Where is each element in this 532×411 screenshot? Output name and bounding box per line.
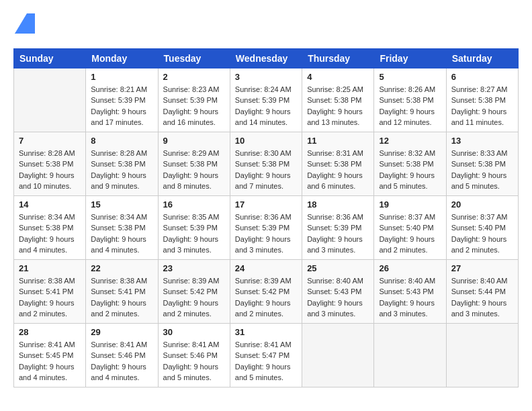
daylight-text: Daylight: 9 hours and 2 minutes. bbox=[451, 235, 507, 255]
cell-text: Sunrise: 8:39 AM Sunset: 5:42 PM Dayligh… bbox=[163, 275, 225, 320]
sunrise-text: Sunrise: 8:41 AM bbox=[235, 340, 292, 349]
sunset-text: Sunset: 5:38 PM bbox=[379, 96, 433, 104]
sunset-text: Sunset: 5:38 PM bbox=[91, 160, 145, 168]
cell-text: Sunrise: 8:32 AM Sunset: 5:38 PM Dayligh… bbox=[379, 148, 441, 192]
calendar-cell: 13 Sunrise: 8:33 AM Sunset: 5:38 PM Dayl… bbox=[446, 132, 518, 195]
sunset-text: Sunset: 5:38 PM bbox=[451, 96, 506, 104]
day-number: 7 bbox=[19, 136, 81, 146]
day-number: 4 bbox=[307, 72, 369, 82]
sunset-text: Sunset: 5:39 PM bbox=[163, 224, 218, 232]
sunrise-text: Sunrise: 8:40 AM bbox=[307, 277, 363, 285]
sunrise-text: Sunrise: 8:41 AM bbox=[163, 340, 220, 349]
sunset-text: Sunset: 5:38 PM bbox=[91, 224, 145, 232]
calendar-cell: 5 Sunrise: 8:26 AM Sunset: 5:38 PM Dayli… bbox=[374, 68, 446, 132]
cell-text: Sunrise: 8:24 AM Sunset: 5:39 PM Dayligh… bbox=[235, 84, 297, 128]
day-number: 8 bbox=[91, 136, 152, 146]
sunset-text: Sunset: 5:38 PM bbox=[19, 224, 73, 232]
sunset-text: Sunset: 5:39 PM bbox=[91, 96, 145, 104]
sunrise-text: Sunrise: 8:39 AM bbox=[235, 277, 292, 285]
sunrise-text: Sunrise: 8:23 AM bbox=[163, 85, 220, 93]
sunset-text: Sunset: 5:43 PM bbox=[379, 287, 433, 295]
calendar-cell: 21 Sunrise: 8:38 AM Sunset: 5:41 PM Dayl… bbox=[14, 259, 86, 323]
cell-text: Sunrise: 8:28 AM Sunset: 5:38 PM Dayligh… bbox=[19, 148, 81, 192]
daylight-text: Daylight: 9 hours and 3 minutes. bbox=[307, 235, 363, 255]
calendar-cell: 18 Sunrise: 8:36 AM Sunset: 5:39 PM Dayl… bbox=[302, 195, 374, 259]
calendar-cell: 22 Sunrise: 8:38 AM Sunset: 5:41 PM Dayl… bbox=[86, 259, 158, 323]
daylight-text: Daylight: 9 hours and 5 minutes. bbox=[235, 363, 291, 382]
calendar-cell: 19 Sunrise: 8:37 AM Sunset: 5:40 PM Dayl… bbox=[374, 195, 446, 259]
cell-text: Sunrise: 8:41 AM Sunset: 5:45 PM Dayligh… bbox=[19, 339, 81, 383]
sunrise-text: Sunrise: 8:21 AM bbox=[91, 85, 147, 93]
daylight-text: Daylight: 9 hours and 5 minutes. bbox=[163, 363, 219, 382]
daylight-text: Daylight: 9 hours and 2 minutes. bbox=[19, 299, 75, 318]
header-tuesday: Tuesday bbox=[158, 48, 230, 68]
sunset-text: Sunset: 5:39 PM bbox=[235, 224, 290, 232]
calendar-cell: 7 Sunrise: 8:28 AM Sunset: 5:38 PM Dayli… bbox=[14, 132, 86, 195]
sunrise-text: Sunrise: 8:40 AM bbox=[451, 277, 508, 285]
sunrise-text: Sunrise: 8:28 AM bbox=[91, 149, 147, 157]
week-row-0: 1 Sunrise: 8:21 AM Sunset: 5:39 PM Dayli… bbox=[14, 68, 519, 132]
sunset-text: Sunset: 5:44 PM bbox=[451, 287, 506, 295]
calendar-cell bbox=[446, 323, 518, 387]
daylight-text: Daylight: 9 hours and 3 minutes. bbox=[379, 299, 435, 318]
day-number: 23 bbox=[163, 263, 225, 273]
calendar-cell: 30 Sunrise: 8:41 AM Sunset: 5:46 PM Dayl… bbox=[158, 323, 230, 387]
sunrise-text: Sunrise: 8:39 AM bbox=[163, 277, 220, 285]
cell-text: Sunrise: 8:21 AM Sunset: 5:39 PM Dayligh… bbox=[91, 84, 152, 128]
calendar-cell: 28 Sunrise: 8:41 AM Sunset: 5:45 PM Dayl… bbox=[14, 323, 86, 387]
cell-text: Sunrise: 8:34 AM Sunset: 5:38 PM Dayligh… bbox=[19, 212, 81, 256]
daylight-text: Daylight: 9 hours and 16 minutes. bbox=[163, 107, 219, 127]
day-number: 24 bbox=[235, 263, 297, 273]
calendar-cell: 2 Sunrise: 8:23 AM Sunset: 5:39 PM Dayli… bbox=[158, 68, 230, 132]
sunrise-text: Sunrise: 8:28 AM bbox=[19, 149, 75, 157]
daylight-text: Daylight: 9 hours and 5 minutes. bbox=[451, 171, 507, 191]
calendar-cell: 10 Sunrise: 8:30 AM Sunset: 5:38 PM Dayl… bbox=[230, 132, 302, 195]
calendar-cell: 12 Sunrise: 8:32 AM Sunset: 5:38 PM Dayl… bbox=[374, 132, 446, 195]
calendar-cell: 27 Sunrise: 8:40 AM Sunset: 5:44 PM Dayl… bbox=[446, 259, 518, 323]
sunrise-text: Sunrise: 8:41 AM bbox=[91, 340, 147, 349]
sunrise-text: Sunrise: 8:31 AM bbox=[307, 149, 363, 157]
day-number: 14 bbox=[19, 199, 81, 210]
cell-text: Sunrise: 8:37 AM Sunset: 5:40 PM Dayligh… bbox=[379, 212, 441, 256]
week-row-3: 21 Sunrise: 8:38 AM Sunset: 5:41 PM Dayl… bbox=[14, 259, 519, 323]
week-row-4: 28 Sunrise: 8:41 AM Sunset: 5:45 PM Dayl… bbox=[14, 323, 519, 387]
sunset-text: Sunset: 5:46 PM bbox=[91, 351, 145, 359]
sunrise-text: Sunrise: 8:34 AM bbox=[19, 213, 75, 221]
daylight-text: Daylight: 9 hours and 4 minutes. bbox=[19, 235, 75, 255]
daylight-text: Daylight: 9 hours and 12 minutes. bbox=[379, 107, 435, 127]
cell-text: Sunrise: 8:30 AM Sunset: 5:38 PM Dayligh… bbox=[235, 148, 297, 192]
sunset-text: Sunset: 5:41 PM bbox=[91, 287, 145, 295]
day-number: 6 bbox=[451, 72, 513, 82]
cell-text: Sunrise: 8:38 AM Sunset: 5:41 PM Dayligh… bbox=[91, 275, 152, 320]
header-wednesday: Wednesday bbox=[230, 48, 302, 68]
daylight-text: Daylight: 9 hours and 2 minutes. bbox=[235, 299, 291, 318]
sunset-text: Sunset: 5:39 PM bbox=[307, 224, 361, 232]
sunrise-text: Sunrise: 8:30 AM bbox=[235, 149, 292, 157]
sunrise-text: Sunrise: 8:32 AM bbox=[379, 149, 435, 157]
sunset-text: Sunset: 5:38 PM bbox=[451, 160, 506, 168]
sunset-text: Sunset: 5:38 PM bbox=[307, 160, 361, 168]
week-row-1: 7 Sunrise: 8:28 AM Sunset: 5:38 PM Dayli… bbox=[14, 132, 519, 195]
page-header bbox=[13, 13, 519, 38]
sunrise-text: Sunrise: 8:25 AM bbox=[307, 85, 363, 93]
calendar-cell: 1 Sunrise: 8:21 AM Sunset: 5:39 PM Dayli… bbox=[86, 68, 158, 132]
sunset-text: Sunset: 5:47 PM bbox=[235, 351, 290, 359]
daylight-text: Daylight: 9 hours and 9 minutes. bbox=[91, 171, 146, 191]
sunrise-text: Sunrise: 8:38 AM bbox=[19, 277, 75, 285]
calendar-cell bbox=[302, 323, 374, 387]
calendar-cell: 25 Sunrise: 8:40 AM Sunset: 5:43 PM Dayl… bbox=[302, 259, 374, 323]
cell-text: Sunrise: 8:40 AM Sunset: 5:44 PM Dayligh… bbox=[451, 275, 513, 320]
cell-text: Sunrise: 8:39 AM Sunset: 5:42 PM Dayligh… bbox=[235, 275, 297, 320]
sunset-text: Sunset: 5:38 PM bbox=[379, 160, 433, 168]
sunrise-text: Sunrise: 8:36 AM bbox=[235, 213, 292, 221]
cell-text: Sunrise: 8:37 AM Sunset: 5:40 PM Dayligh… bbox=[451, 212, 513, 256]
day-number: 13 bbox=[451, 136, 513, 146]
day-number: 15 bbox=[91, 199, 152, 210]
calendar-cell: 9 Sunrise: 8:29 AM Sunset: 5:38 PM Dayli… bbox=[158, 132, 230, 195]
calendar-cell: 29 Sunrise: 8:41 AM Sunset: 5:46 PM Dayl… bbox=[86, 323, 158, 387]
sunset-text: Sunset: 5:38 PM bbox=[19, 160, 73, 168]
cell-text: Sunrise: 8:25 AM Sunset: 5:38 PM Dayligh… bbox=[307, 84, 369, 128]
cell-text: Sunrise: 8:41 AM Sunset: 5:47 PM Dayligh… bbox=[235, 339, 297, 383]
daylight-text: Daylight: 9 hours and 6 minutes. bbox=[307, 171, 363, 191]
sunrise-text: Sunrise: 8:37 AM bbox=[379, 213, 435, 221]
